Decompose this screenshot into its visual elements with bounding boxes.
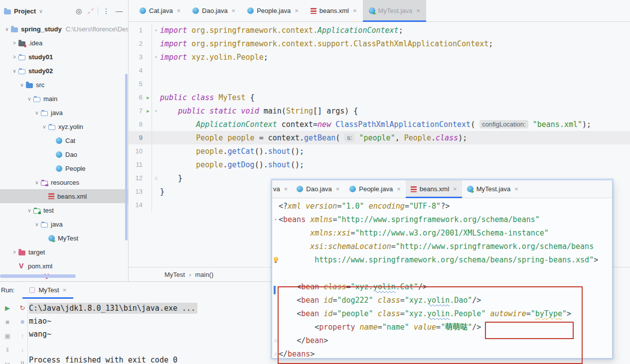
- camera-icon[interactable]: ▣: [2, 329, 13, 343]
- editor-tab-cat-java[interactable]: Cat.java×: [134, 0, 186, 21]
- code-line-10: 10 people.getCat().shout();: [129, 144, 630, 158]
- run-gutter-icon[interactable]: ▶: [145, 109, 152, 114]
- tree-item-java[interactable]: ∨java: [0, 217, 128, 231]
- editor-tab-dao-java[interactable]: Dao.java×: [186, 0, 241, 21]
- sort-output-icon[interactable]: ≡: [17, 315, 28, 329]
- tree-item-dao[interactable]: Dao: [0, 147, 128, 161]
- tree-item-src[interactable]: ∨src: [0, 78, 128, 92]
- editor-tab-beans-xml[interactable]: beans.xml×: [305, 0, 363, 21]
- run-gutter-icon[interactable]: ▶: [145, 95, 152, 100]
- breadcrumb-item-main[interactable]: main(): [195, 271, 214, 278]
- intention-bulb-icon[interactable]: [273, 257, 279, 262]
- chevron-down-icon[interactable]: ∨: [33, 222, 41, 227]
- close-icon[interactable]: ×: [453, 185, 457, 193]
- chevron-down-icon[interactable]: ∨: [25, 96, 33, 102]
- code-token: = context.: [259, 133, 304, 142]
- tree-item-pom-xml[interactable]: pom.xml: [0, 259, 128, 273]
- tree-item-label: study02: [28, 67, 53, 75]
- down-icon[interactable]: ↓: [17, 343, 28, 357]
- tree-item-study02[interactable]: ∨study02: [0, 64, 128, 78]
- project-panel-title[interactable]: Project: [14, 7, 36, 15]
- minimize-icon[interactable]: —: [114, 7, 124, 15]
- run-tab-mytest[interactable]: MyTest ×: [24, 282, 71, 298]
- locate-icon[interactable]: ◎: [74, 7, 84, 15]
- close-icon[interactable]: ×: [284, 185, 288, 193]
- chevron-down-icon[interactable]: ∨: [33, 180, 41, 185]
- chevron-right-icon[interactable]: >: [10, 40, 18, 46]
- line-number: 9: [129, 134, 145, 141]
- code-token: ApplicationContext: [317, 26, 399, 35]
- close-icon[interactable]: ×: [397, 185, 401, 193]
- tree-item-label: main: [43, 95, 57, 103]
- tree-item-beans-xml[interactable]: beans.xml: [0, 189, 128, 203]
- tree-item-resources[interactable]: ∨resources: [0, 175, 128, 189]
- editor-tab-people-java[interactable]: People.java×: [241, 0, 305, 21]
- chevron-down-icon[interactable]: ∨: [3, 26, 11, 32]
- run-icon[interactable]: ▶: [2, 301, 13, 315]
- class-icon: [349, 186, 356, 192]
- tree-item--idea[interactable]: >.idea: [0, 36, 128, 50]
- intention-bulb-icon[interactable]: [274, 257, 278, 261]
- beans-icon: [411, 186, 417, 192]
- editor-tab-bar: Cat.java×Dao.java×People.java×beans.xml×…: [129, 0, 630, 22]
- close-icon[interactable]: ×: [177, 7, 181, 14]
- tree-item-spring_study[interactable]: ∨spring_studyC:\Users\florence\Desk: [0, 22, 128, 36]
- chevron-right-icon[interactable]: >: [10, 249, 18, 255]
- popup-tab-beans-xml[interactable]: beans.xml×: [406, 180, 462, 198]
- chevron-down-icon[interactable]: ∨: [10, 68, 18, 74]
- code-line-8: 8 ApplicationContext context=new ClassPa…: [129, 118, 630, 131]
- line-number: 2: [129, 40, 145, 47]
- run-header: Run: MyTest ×: [0, 282, 272, 298]
- horizontal-scrollbar[interactable]: [0, 274, 76, 278]
- breadcrumb-item-mytest[interactable]: MyTest: [164, 271, 185, 278]
- popup-tab-mytest-java[interactable]: MyTest.java×: [462, 180, 523, 198]
- chevron-down-icon[interactable]: ∨: [33, 110, 41, 116]
- tree-item-label: beans.xml: [57, 193, 87, 200]
- collapse-icon[interactable]: ↙↗: [87, 7, 95, 14]
- tree-item-xyz-yolin[interactable]: ∨xyz.yolin: [0, 120, 128, 133]
- popup-tab-dao-java[interactable]: Dao.java×: [292, 180, 344, 198]
- close-icon[interactable]: ×: [416, 7, 420, 14]
- code-token: import: [160, 39, 191, 48]
- tree-item-label: pom.xml: [28, 262, 52, 270]
- close-icon[interactable]: ×: [336, 185, 340, 193]
- tab-label: Cat.java: [149, 7, 173, 14]
- pause-icon[interactable]: ‖: [2, 343, 13, 357]
- rerun-icon[interactable]: ↻: [17, 301, 28, 315]
- up-icon[interactable]: ↑: [17, 329, 28, 343]
- editor-tab-mytest-java[interactable]: MyTest.java×: [363, 0, 426, 21]
- popup-code-editor[interactable]: <?xml version="1.0" encoding="UTF-8"?>▾<…: [272, 198, 612, 361]
- code-token: [160, 133, 196, 142]
- chevron-down-icon[interactable]: ∨: [25, 208, 33, 213]
- code-token: class: [436, 133, 458, 142]
- exit-icon[interactable]: ↪: [2, 357, 13, 364]
- code-token: }: [160, 174, 182, 183]
- tree-item-study01[interactable]: >study01: [0, 50, 128, 64]
- tree-item-cat[interactable]: Cat: [0, 133, 128, 147]
- code-token: People: [196, 133, 227, 142]
- close-icon[interactable]: ×: [232, 7, 236, 14]
- tree-item-target[interactable]: >target: [0, 245, 128, 259]
- chevron-down-icon[interactable]: ∨: [18, 82, 26, 88]
- scroll-end-icon[interactable]: ⇊: [17, 357, 28, 364]
- close-icon[interactable]: ×: [295, 7, 299, 14]
- chevron-right-icon[interactable]: >: [10, 54, 18, 60]
- popup-tab-va[interactable]: va×: [272, 180, 292, 198]
- close-icon[interactable]: ×: [353, 7, 357, 14]
- close-icon[interactable]: ×: [63, 286, 67, 294]
- code-token: }: [160, 187, 164, 196]
- tree-item-people[interactable]: People: [0, 161, 128, 175]
- tree-item-mytest[interactable]: MyTest: [0, 231, 128, 245]
- tree-item-test[interactable]: ∨test: [0, 203, 128, 217]
- more-icon[interactable]: ⋮: [101, 7, 111, 15]
- code-token: "UTF-8": [409, 202, 441, 211]
- tree-item-label: java: [51, 109, 63, 117]
- close-icon[interactable]: ×: [514, 185, 518, 193]
- chevron-down-icon[interactable]: ∨: [40, 124, 48, 129]
- tree-item-main[interactable]: ∨main: [0, 92, 128, 106]
- stop-icon[interactable]: ■: [2, 315, 13, 329]
- chevron-down-icon[interactable]: ∨: [39, 8, 43, 14]
- tree-item-java[interactable]: ∨java: [0, 106, 128, 120]
- vertical-scrollbar[interactable]: [125, 74, 128, 241]
- popup-tab-people-java[interactable]: People.java×: [344, 180, 406, 198]
